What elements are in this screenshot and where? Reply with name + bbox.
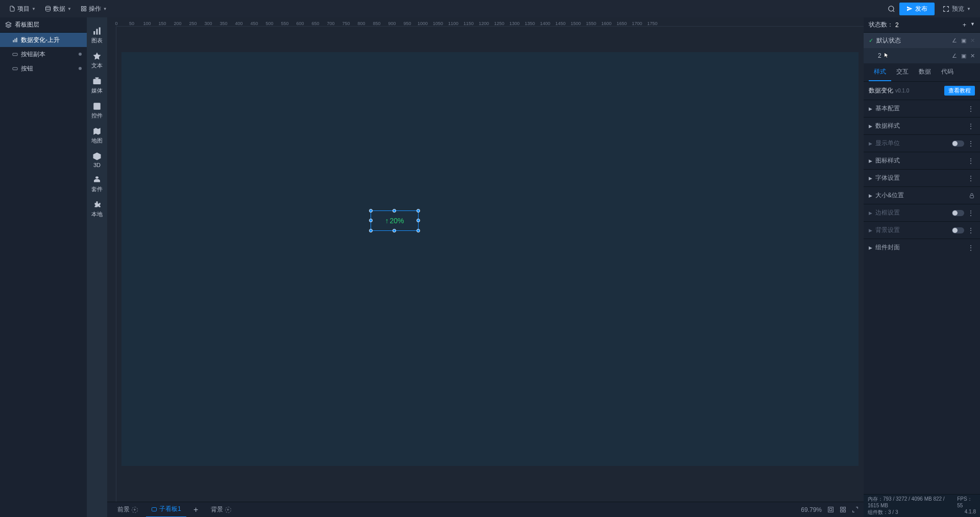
tool-media[interactable]: 媒体 [87,73,107,98]
edit-icon[interactable]: ∠ [952,53,957,59]
more-icon[interactable]: ⋮ [967,105,975,113]
close-icon[interactable]: ✕ [970,37,975,44]
resize-handle[interactable] [393,209,396,213]
layer-item[interactable]: 数据变化-上升 [0,33,87,47]
widget-value: 20% [389,217,404,225]
comp-label: 组件数： [868,509,888,515]
copy-icon[interactable]: ▣ [961,37,966,44]
more-icon[interactable]: ⋮ [967,244,975,252]
ruler-tick: 1300 [509,21,520,26]
tool-map[interactable]: 地图 [87,123,107,148]
state-item-2[interactable]: 2 ∠ ▣ ✕ [864,48,980,63]
tool-control[interactable]: 控件 [87,98,107,123]
menu-operate[interactable]: 操作 ▼ [77,3,111,15]
tool-chart[interactable]: 图表 [87,22,107,48]
toggle-switch[interactable] [952,140,964,147]
add-icon[interactable]: + [132,507,138,513]
edit-icon[interactable]: ∠ [952,37,957,44]
section-iconstyle[interactable]: ▶ 图标样式 ⋮ [864,152,980,169]
menu-data-label: 数据 [53,5,65,13]
section-font[interactable]: ▶ 字体设置 ⋮ [864,169,980,186]
more-icon[interactable]: ⋮ [967,122,975,130]
ruler-tick: 600 [296,21,304,26]
menu-project-label: 项目 [17,5,30,13]
top-menu: 项目 ▼ 数据 ▼ 操作 ▼ [5,3,111,15]
tool-label: 本地 [91,210,103,218]
more-icon[interactable]: ⋮ [967,139,975,148]
status-bar: 内存：793 / 3272 / 4096 MB 822 / 1615 MB FP… [864,494,980,517]
toggle-switch[interactable] [952,227,964,233]
tool-text[interactable]: 文本 [87,48,107,73]
more-icon[interactable]: ⋮ [967,209,975,217]
tab-data[interactable]: 数据 [914,63,936,81]
section-datastyle[interactable]: ▶ 数据样式 ⋮ [864,117,980,134]
lock-icon[interactable] [969,193,975,199]
resize-handle[interactable] [393,229,396,232]
button-icon [12,52,18,57]
tab-subboard[interactable]: 子看板1 [146,502,186,518]
zoom-value: 69.79% [801,506,822,513]
canvas[interactable]: ↑ 20% [121,52,859,466]
add-tab-button[interactable]: + [189,505,203,514]
tool-3d[interactable]: 3D [87,148,107,171]
menu-project[interactable]: 项目 ▼ [5,3,40,15]
search-icon[interactable] [887,5,895,13]
preview-button[interactable]: 预览 ▼ [939,3,975,15]
svg-rect-25 [840,510,842,512]
version: 4.1.8 [965,509,976,516]
visibility-dot[interactable] [79,67,82,70]
svg-rect-23 [840,507,842,509]
resize-handle[interactable] [369,219,373,222]
selected-widget[interactable]: ↑ 20% [371,210,419,231]
publish-button[interactable]: 发布 [899,3,935,15]
resize-handle[interactable] [369,209,373,213]
fullscreen-icon[interactable] [851,506,859,513]
resize-handle[interactable] [416,209,420,213]
tool-kit[interactable]: 套件 [87,171,107,196]
section-unit[interactable]: ▶ 显示单位 ⋮ [864,134,980,152]
resize-handle[interactable] [416,229,420,232]
more-icon[interactable]: ⋮ [967,174,975,182]
ruler-tick: 700 [327,21,334,26]
copy-icon[interactable]: ▣ [961,53,966,59]
section-border[interactable]: ▶ 边框设置 ⋮ [864,204,980,221]
section-label: 基本配置 [875,104,900,113]
close-icon[interactable]: ✕ [970,53,975,59]
caret-right-icon: ▶ [869,106,872,111]
more-icon[interactable]: ⋮ [967,157,975,165]
tab-background[interactable]: 背景 + [206,502,236,518]
svg-point-5 [888,6,893,11]
tool-local[interactable]: 本地 [87,196,107,221]
tab-interaction[interactable]: 交互 [891,63,914,81]
layer-item[interactable]: 按钮 [0,61,87,76]
ruler-tick: 1550 [586,21,596,26]
ruler-horizontal: 0501001502002503003504004505005506006507… [116,17,864,27]
toggle-switch[interactable] [952,210,964,216]
section-basic[interactable]: ▶ 基本配置 ⋮ [864,100,980,117]
tab-code[interactable]: 代码 [936,63,959,81]
fit-icon[interactable] [827,506,834,513]
section-size-position[interactable]: ▶ 大小&位置 [864,186,980,204]
ruler-tick: 1600 [601,21,611,26]
resize-handle[interactable] [369,229,373,232]
tab-foreground[interactable]: 前景 + [112,502,143,518]
section-cover[interactable]: ▶ 组件封面 ⋮ [864,239,980,256]
caret-right-icon: ▶ [869,124,872,129]
ruler-tick: 500 [265,21,273,26]
chevron-down-icon[interactable]: ▼ [970,21,975,29]
tab-style[interactable]: 样式 [869,63,891,81]
add-icon[interactable]: + [225,507,231,513]
resize-handle[interactable] [416,219,420,222]
grid-icon[interactable] [839,506,846,513]
section-background[interactable]: ▶ 背景设置 ⋮ [864,221,980,239]
chevron-down-icon: ▼ [67,7,71,11]
layer-item[interactable]: 按钮副本 [0,47,87,61]
add-state-button[interactable]: + [963,21,966,29]
more-icon[interactable]: ⋮ [967,226,975,234]
menu-data[interactable]: 数据 ▼ [41,3,76,15]
state-item-default[interactable]: ✓ 默认状态 ∠ ▣ ✕ [864,33,980,48]
ruler-tick: 400 [235,21,242,26]
visibility-dot[interactable] [79,53,82,56]
svg-rect-19 [95,104,99,108]
tutorial-button[interactable]: 查看教程 [944,86,975,96]
